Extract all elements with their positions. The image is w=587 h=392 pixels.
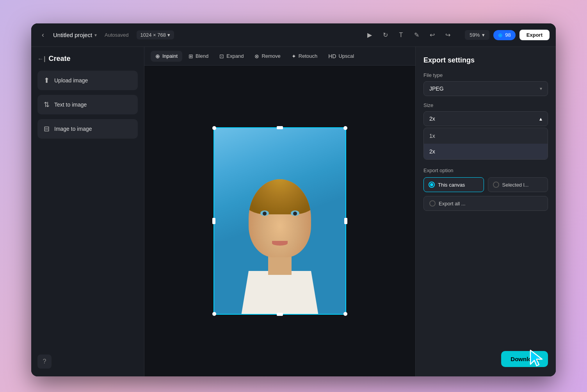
download-button[interactable]: Download	[501, 351, 548, 367]
dimensions-chevron-icon: ▾	[167, 32, 170, 38]
edit-toolbar: ⊕ Inpaint ⊞ Blend ⊡ Expand ⊗ Remove ✦	[144, 47, 415, 66]
canvas-area: ⊕ Inpaint ⊞ Blend ⊡ Expand ⊗ Remove ✦	[144, 47, 415, 376]
sidebar-item-text-to-image[interactable]: ⇅ Text to image	[37, 95, 138, 114]
main-layout: ←| Create ⬆ Upload image ⇅ Text to image…	[31, 47, 556, 376]
text-to-image-icon: ⇅	[44, 100, 50, 109]
retouch-tool-button[interactable]: ✦ Retouch	[287, 51, 322, 62]
blend-icon: ⊞	[189, 53, 193, 59]
dimensions-value: 1024 × 768	[141, 32, 166, 38]
remove-tool-button[interactable]: ⊗ Remove	[250, 51, 285, 62]
retouch-icon: ✦	[292, 53, 296, 59]
resize-handle-br[interactable]	[343, 312, 347, 316]
expand-icon: ⊡	[219, 53, 224, 59]
project-title[interactable]: Untitled project ▾	[53, 32, 97, 38]
portrait-lips	[272, 241, 288, 246]
resize-handle-tl[interactable]	[212, 126, 216, 130]
this-canvas-radio	[429, 182, 435, 188]
image-to-image-label: Image to image	[54, 126, 92, 132]
export-panel-title: Export settings	[423, 56, 548, 64]
remove-label: Remove	[261, 53, 280, 59]
sidebar: ←| Create ⬆ Upload image ⇅ Text to image…	[31, 47, 144, 376]
size-dropdown: 1x 2x	[423, 128, 548, 160]
zoom-value: 59%	[470, 32, 480, 38]
credits-value: 98	[505, 32, 511, 38]
upload-image-label: Upload image	[54, 77, 88, 84]
resize-handle-tm[interactable]	[277, 126, 283, 129]
portrait-shirt	[241, 271, 319, 314]
this-canvas-label: This canvas	[438, 182, 465, 188]
file-type-select[interactable]: JPEG ▾	[423, 81, 548, 96]
size-select-container: 2x ▴ 1x 2x	[423, 111, 548, 160]
inpaint-icon: ⊕	[155, 53, 160, 59]
sidebar-header: ←| Create	[37, 55, 138, 63]
resize-handle-tr[interactable]	[343, 126, 347, 130]
upscal-icon: HD	[328, 53, 336, 59]
export-all-button[interactable]: Export all ...	[423, 196, 548, 211]
dimensions-selector[interactable]: 1024 × 768 ▾	[137, 30, 174, 39]
topbar-right: 59% ▾ ⊕ 98 Export	[465, 30, 550, 40]
blend-tool-button[interactable]: ⊞ Blend	[184, 51, 213, 62]
redo-button[interactable]: ↪	[441, 29, 454, 41]
resize-handle-bm[interactable]	[277, 313, 283, 316]
app-container: ‹ Untitled project ▾ Autosaved 1024 × 76…	[31, 23, 556, 376]
sidebar-item-upload-image[interactable]: ⬆ Upload image	[37, 71, 138, 90]
size-select-button[interactable]: 2x ▴	[423, 111, 548, 126]
portrait-eye-left	[260, 210, 269, 216]
pen-tool-button[interactable]: ✎	[410, 29, 423, 41]
resize-handle-ml[interactable]	[212, 218, 215, 224]
size-option-1x[interactable]: 1x	[424, 128, 548, 144]
size-chevron-icon: ▴	[539, 116, 542, 122]
size-option-2x-label: 2x	[429, 148, 435, 155]
file-type-value: JPEG	[429, 86, 444, 92]
autosaved-status: Autosaved	[105, 32, 128, 38]
upload-image-icon: ⬆	[44, 76, 50, 85]
help-button[interactable]: ?	[37, 355, 52, 369]
remove-icon: ⊗	[254, 53, 259, 59]
portrait-head	[249, 179, 311, 257]
size-label: Size	[423, 102, 548, 108]
project-title-text: Untitled project	[53, 32, 92, 38]
inpaint-tool-button[interactable]: ⊕ Inpaint	[151, 51, 182, 62]
retouch-label: Retouch	[299, 53, 317, 59]
export-options-row: This canvas Selected l...	[423, 177, 548, 192]
right-panel: Layers History ▾ Export settings File ty…	[415, 47, 556, 376]
export-all-label: Export all ...	[439, 201, 466, 207]
resize-handle-bl[interactable]	[212, 312, 216, 316]
upscal-tool-button[interactable]: HD Upscal	[324, 51, 359, 62]
zoom-selector[interactable]: 59% ▾	[465, 30, 489, 40]
sidebar-footer: ?	[37, 355, 138, 369]
inpaint-label: Inpaint	[162, 53, 178, 59]
this-canvas-option[interactable]: This canvas	[423, 177, 484, 192]
image-to-image-icon: ⊟	[44, 125, 50, 133]
select-tool-button[interactable]: ▶	[363, 29, 376, 41]
canvas-viewport[interactable]	[144, 66, 415, 376]
topbar: ‹ Untitled project ▾ Autosaved 1024 × 76…	[31, 23, 556, 47]
portrait-hair	[249, 179, 311, 214]
title-chevron-icon: ▾	[94, 32, 97, 38]
sidebar-create-label: Create	[48, 55, 70, 63]
text-to-image-label: Text to image	[54, 102, 87, 108]
sidebar-item-image-to-image[interactable]: ⊟ Image to image	[37, 119, 138, 139]
export-panel: Export settings File type JPEG ▾ Size 2x…	[416, 47, 556, 376]
selected-option[interactable]: Selected l...	[488, 177, 548, 192]
selected-radio	[493, 182, 499, 188]
zoom-chevron-icon: ▾	[482, 32, 485, 38]
export-all-radio	[429, 200, 436, 207]
text-tool-button[interactable]: T	[395, 29, 407, 41]
credits-button[interactable]: ⊕ 98	[493, 30, 515, 40]
export-button[interactable]: Export	[519, 30, 550, 40]
resize-handle-mr[interactable]	[344, 218, 347, 224]
this-canvas-radio-dot	[430, 183, 433, 186]
help-icon: ?	[43, 358, 46, 365]
rotate-tool-button[interactable]: ↻	[379, 29, 391, 41]
canvas-image-container[interactable]	[213, 127, 346, 315]
size-select-value: 2x	[429, 116, 435, 122]
back-button[interactable]: ‹	[37, 30, 48, 41]
expand-tool-button[interactable]: ⊡ Expand	[215, 51, 248, 62]
file-type-chevron-icon: ▾	[540, 86, 542, 91]
size-option-2x[interactable]: 2x	[424, 144, 548, 159]
file-type-label: File type	[423, 72, 548, 78]
undo-button[interactable]: ↩	[426, 29, 438, 41]
expand-label: Expand	[226, 53, 244, 59]
selected-label: Selected l...	[502, 182, 529, 188]
